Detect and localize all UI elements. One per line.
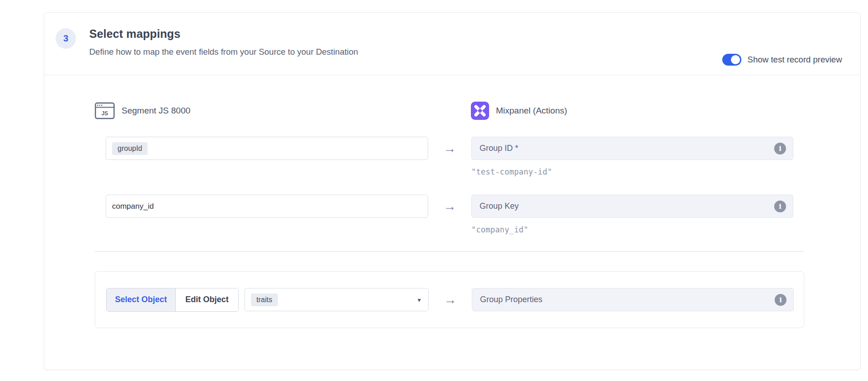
mapping-row-company-id: company_id → Group Key i "company_id" (95, 195, 804, 234)
info-icon[interactable]: i (774, 143, 786, 154)
edit-object-button[interactable]: Edit Object (176, 288, 238, 311)
dest-field-label: Group Properties (480, 295, 542, 304)
destination-name: Mixpanel (Actions) (496, 106, 567, 116)
page-subtitle: Define how to map the event fields from … (89, 47, 358, 57)
step-number-badge: 3 (56, 28, 76, 49)
endpoints-row: JS Segment JS 8000 Mixpanel (Actions) (95, 102, 804, 120)
mixpanel-icon (471, 102, 489, 120)
dest-field-label: Group ID * (480, 144, 518, 153)
mappings-page: 3 Select mappings Define how to map the … (0, 0, 868, 381)
dropdown-selected-chip: traits (251, 293, 278, 306)
card-body: JS Segment JS 8000 Mixpanel (Actions) (44, 75, 860, 328)
object-mapping-card: Select Object Edit Object traits ▾ → Gro… (95, 271, 804, 328)
dest-field-group-properties[interactable]: Group Properties i (472, 288, 794, 311)
test-record-preview-toggle-group: Show test record preview (722, 54, 842, 66)
info-icon[interactable]: i (774, 201, 786, 212)
page-title: Select mappings (89, 27, 358, 41)
toggle-label: Show test record preview (747, 55, 842, 65)
select-object-button[interactable]: Select Object (107, 288, 176, 311)
source-endpoint: JS Segment JS 8000 (95, 102, 471, 120)
test-record-value: "company_id" (471, 225, 793, 234)
select-mappings-card: 3 Select mappings Define how to map the … (44, 12, 861, 370)
browser-js-icon: JS (95, 102, 115, 120)
info-icon[interactable]: i (775, 294, 786, 306)
svg-text:JS: JS (102, 110, 108, 117)
chevron-down-icon: ▾ (418, 296, 421, 304)
toggle-knob (731, 55, 740, 64)
source-field-chip[interactable]: groupId (112, 142, 148, 155)
test-record-value: "test-company-id" (471, 167, 793, 176)
source-field-input-company-id[interactable]: company_id (106, 195, 428, 218)
dest-field-group-key[interactable]: Group Key i (471, 195, 793, 218)
source-field-text: company_id (112, 202, 154, 211)
dest-field-label: Group Key (480, 201, 519, 211)
card-header: 3 Select mappings Define how to map the … (44, 13, 860, 75)
right-arrow-icon: → (444, 142, 456, 155)
object-source-dropdown[interactable]: traits ▾ (245, 288, 429, 311)
section-divider (95, 251, 803, 252)
object-mode-segmented-control: Select Object Edit Object (106, 288, 239, 312)
source-name: Segment JS 8000 (122, 106, 190, 116)
source-field-input-groupid[interactable]: groupId (106, 137, 428, 160)
right-arrow-icon: → (444, 200, 456, 213)
destination-endpoint: Mixpanel (Actions) (471, 102, 567, 120)
right-arrow-icon: → (444, 293, 457, 306)
mapping-row-groupid: groupId → Group ID * i "test-company-id" (95, 137, 804, 176)
show-test-record-preview-toggle[interactable] (722, 54, 741, 66)
dest-field-group-id[interactable]: Group ID * i (471, 137, 793, 160)
